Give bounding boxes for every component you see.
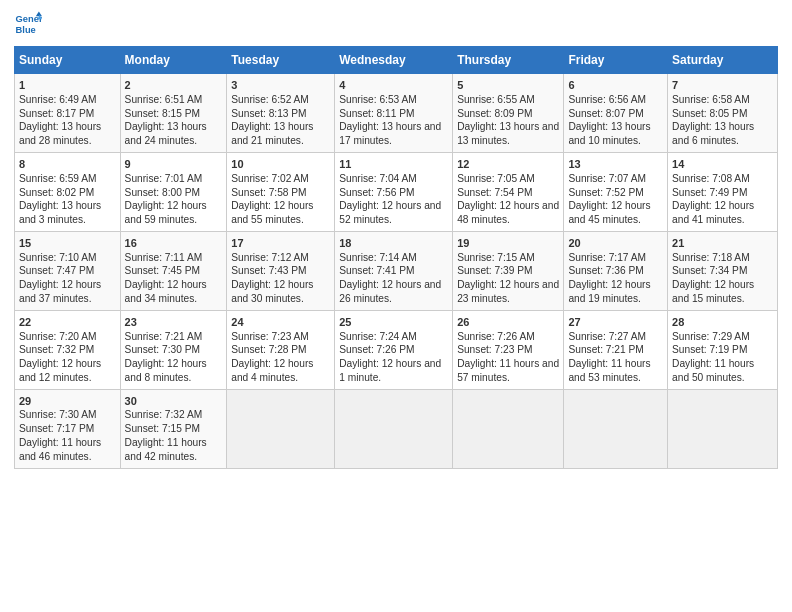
calendar-cell: 24Sunrise: 7:23 AMSunset: 7:28 PMDayligh…: [227, 310, 335, 389]
calendar-cell: [564, 389, 668, 468]
calendar-cell: 12Sunrise: 7:05 AMSunset: 7:54 PMDayligh…: [453, 152, 564, 231]
header-sunday: Sunday: [15, 47, 121, 74]
day-number: 12: [457, 157, 559, 172]
calendar-cell: 9Sunrise: 7:01 AMSunset: 8:00 PMDaylight…: [120, 152, 227, 231]
header-friday: Friday: [564, 47, 668, 74]
day-number: 16: [125, 236, 223, 251]
calendar-cell: 7Sunrise: 6:58 AMSunset: 8:05 PMDaylight…: [668, 74, 778, 153]
header-monday: Monday: [120, 47, 227, 74]
calendar-table: SundayMondayTuesdayWednesdayThursdayFrid…: [14, 46, 778, 469]
day-number: 25: [339, 315, 448, 330]
day-number: 2: [125, 78, 223, 93]
calendar-cell: 22Sunrise: 7:20 AMSunset: 7:32 PMDayligh…: [15, 310, 121, 389]
day-number: 27: [568, 315, 663, 330]
header-tuesday: Tuesday: [227, 47, 335, 74]
day-number: 22: [19, 315, 116, 330]
header-thursday: Thursday: [453, 47, 564, 74]
day-number: 11: [339, 157, 448, 172]
calendar-cell: [453, 389, 564, 468]
calendar-cell: 26Sunrise: 7:26 AMSunset: 7:23 PMDayligh…: [453, 310, 564, 389]
day-number: 29: [19, 394, 116, 409]
calendar-cell: [227, 389, 335, 468]
week-row-2: 8Sunrise: 6:59 AMSunset: 8:02 PMDaylight…: [15, 152, 778, 231]
day-number: 20: [568, 236, 663, 251]
day-number: 3: [231, 78, 330, 93]
calendar-cell: 6Sunrise: 6:56 AMSunset: 8:07 PMDaylight…: [564, 74, 668, 153]
calendar-cell: 29Sunrise: 7:30 AMSunset: 7:17 PMDayligh…: [15, 389, 121, 468]
day-number: 28: [672, 315, 773, 330]
day-number: 14: [672, 157, 773, 172]
calendar-cell: [335, 389, 453, 468]
calendar-cell: 3Sunrise: 6:52 AMSunset: 8:13 PMDaylight…: [227, 74, 335, 153]
calendar-cell: 5Sunrise: 6:55 AMSunset: 8:09 PMDaylight…: [453, 74, 564, 153]
day-number: 15: [19, 236, 116, 251]
calendar-cell: 21Sunrise: 7:18 AMSunset: 7:34 PMDayligh…: [668, 231, 778, 310]
day-number: 19: [457, 236, 559, 251]
calendar-cell: [668, 389, 778, 468]
week-row-4: 22Sunrise: 7:20 AMSunset: 7:32 PMDayligh…: [15, 310, 778, 389]
calendar-cell: 1Sunrise: 6:49 AMSunset: 8:17 PMDaylight…: [15, 74, 121, 153]
calendar-cell: 28Sunrise: 7:29 AMSunset: 7:19 PMDayligh…: [668, 310, 778, 389]
calendar-cell: 14Sunrise: 7:08 AMSunset: 7:49 PMDayligh…: [668, 152, 778, 231]
main-container: General Blue SundayMondayTuesdayWednesda…: [0, 0, 792, 479]
day-number: 23: [125, 315, 223, 330]
calendar-cell: 17Sunrise: 7:12 AMSunset: 7:43 PMDayligh…: [227, 231, 335, 310]
calendar-cell: 18Sunrise: 7:14 AMSunset: 7:41 PMDayligh…: [335, 231, 453, 310]
calendar-cell: 20Sunrise: 7:17 AMSunset: 7:36 PMDayligh…: [564, 231, 668, 310]
day-number: 17: [231, 236, 330, 251]
calendar-cell: 8Sunrise: 6:59 AMSunset: 8:02 PMDaylight…: [15, 152, 121, 231]
week-row-1: 1Sunrise: 6:49 AMSunset: 8:17 PMDaylight…: [15, 74, 778, 153]
day-number: 13: [568, 157, 663, 172]
calendar-cell: 13Sunrise: 7:07 AMSunset: 7:52 PMDayligh…: [564, 152, 668, 231]
calendar-cell: 11Sunrise: 7:04 AMSunset: 7:56 PMDayligh…: [335, 152, 453, 231]
logo: General Blue: [14, 10, 46, 38]
day-number: 26: [457, 315, 559, 330]
header-saturday: Saturday: [668, 47, 778, 74]
day-number: 24: [231, 315, 330, 330]
svg-text:Blue: Blue: [16, 25, 36, 35]
calendar-cell: 2Sunrise: 6:51 AMSunset: 8:15 PMDaylight…: [120, 74, 227, 153]
header: General Blue: [14, 10, 778, 38]
calendar-cell: 10Sunrise: 7:02 AMSunset: 7:58 PMDayligh…: [227, 152, 335, 231]
calendar-cell: 23Sunrise: 7:21 AMSunset: 7:30 PMDayligh…: [120, 310, 227, 389]
week-row-3: 15Sunrise: 7:10 AMSunset: 7:47 PMDayligh…: [15, 231, 778, 310]
calendar-cell: 30Sunrise: 7:32 AMSunset: 7:15 PMDayligh…: [120, 389, 227, 468]
calendar-cell: 15Sunrise: 7:10 AMSunset: 7:47 PMDayligh…: [15, 231, 121, 310]
calendar-cell: 19Sunrise: 7:15 AMSunset: 7:39 PMDayligh…: [453, 231, 564, 310]
day-number: 8: [19, 157, 116, 172]
header-wednesday: Wednesday: [335, 47, 453, 74]
calendar-cell: 4Sunrise: 6:53 AMSunset: 8:11 PMDaylight…: [335, 74, 453, 153]
day-number: 10: [231, 157, 330, 172]
calendar-cell: 27Sunrise: 7:27 AMSunset: 7:21 PMDayligh…: [564, 310, 668, 389]
logo-icon: General Blue: [14, 10, 42, 38]
day-number: 9: [125, 157, 223, 172]
day-number: 4: [339, 78, 448, 93]
day-number: 30: [125, 394, 223, 409]
day-number: 7: [672, 78, 773, 93]
day-number: 6: [568, 78, 663, 93]
calendar-cell: 25Sunrise: 7:24 AMSunset: 7:26 PMDayligh…: [335, 310, 453, 389]
calendar-header-row: SundayMondayTuesdayWednesdayThursdayFrid…: [15, 47, 778, 74]
day-number: 1: [19, 78, 116, 93]
day-number: 18: [339, 236, 448, 251]
day-number: 5: [457, 78, 559, 93]
week-row-5: 29Sunrise: 7:30 AMSunset: 7:17 PMDayligh…: [15, 389, 778, 468]
day-number: 21: [672, 236, 773, 251]
calendar-cell: 16Sunrise: 7:11 AMSunset: 7:45 PMDayligh…: [120, 231, 227, 310]
